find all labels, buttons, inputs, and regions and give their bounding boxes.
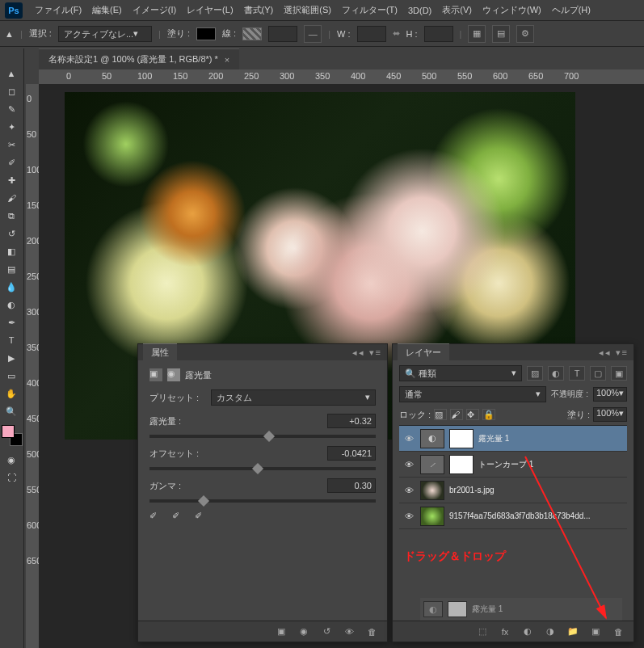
visibility-icon[interactable]: 👁 xyxy=(342,625,356,639)
quickmask-tool[interactable]: ◉ xyxy=(0,451,23,469)
panel-menu-icon[interactable]: ◂◂ ▾≡ xyxy=(352,347,382,358)
layer-name[interactable]: 9157f4aa75d683a3f7db3b18c73b4dd... xyxy=(449,511,624,520)
link-layers-icon[interactable]: ⬚ xyxy=(475,625,490,639)
menu-layer[interactable]: レイヤー(L) xyxy=(182,1,238,19)
layer-item[interactable]: 👁 br2001-s.jpg xyxy=(399,478,627,503)
filter-smart-icon[interactable]: ▣ xyxy=(611,366,627,381)
trash-icon[interactable]: 🗑 xyxy=(611,625,625,639)
shape-tool[interactable]: ▭ xyxy=(0,367,23,385)
gamma-slider[interactable] xyxy=(149,499,376,503)
layer-mask[interactable] xyxy=(449,429,474,448)
blend-mode-select[interactable]: 通常▾ xyxy=(399,386,546,402)
close-tab-icon[interactable]: × xyxy=(225,55,229,65)
blur-tool[interactable]: 💧 xyxy=(0,278,23,296)
menu-type[interactable]: 書式(Y) xyxy=(239,1,279,19)
layers-tab[interactable]: レイヤー xyxy=(398,343,449,361)
visibility-toggle[interactable]: 👁 xyxy=(402,434,415,444)
stroke-style-1[interactable]: — xyxy=(304,25,322,43)
path-select-tool[interactable]: ▶ xyxy=(0,349,23,367)
preset-select[interactable]: カスタム▾ xyxy=(211,389,376,406)
opacity-value[interactable]: 100%▾ xyxy=(593,387,627,402)
exposure-slider[interactable] xyxy=(149,435,376,438)
clip-icon[interactable]: ▣ xyxy=(274,625,288,639)
gear-icon[interactable]: ⚙ xyxy=(516,25,534,43)
menu-help[interactable]: ヘルプ(H) xyxy=(547,1,596,19)
properties-tab[interactable]: 属性 xyxy=(143,343,177,361)
visibility-toggle[interactable]: 👁 xyxy=(402,511,415,521)
new-layer-icon[interactable]: ▣ xyxy=(588,625,603,639)
fx-icon[interactable]: fx xyxy=(498,625,512,639)
visibility-toggle[interactable]: 👁 xyxy=(402,486,415,495)
fill-swatch[interactable] xyxy=(196,27,216,40)
layer-name[interactable]: 露光量 1 xyxy=(478,433,624,444)
lock-all-icon[interactable]: 🔒 xyxy=(482,409,495,420)
filter-shape-icon[interactable]: ▢ xyxy=(590,366,606,381)
stamp-tool[interactable]: ⧉ xyxy=(0,207,23,225)
layer-name[interactable]: トーンカーブ 1 xyxy=(478,459,624,470)
eyedropper-black-icon[interactable]: ✐ xyxy=(149,511,164,525)
healing-tool[interactable]: ✚ xyxy=(0,171,23,189)
brush-tool[interactable]: 🖌 xyxy=(0,189,23,207)
layer-item[interactable]: 👁 ◐ 露光量 1 xyxy=(399,426,627,452)
layer-name[interactable]: br2001-s.jpg xyxy=(449,486,624,494)
reset-icon[interactable]: ↺ xyxy=(319,625,334,639)
stroke-swatch[interactable] xyxy=(242,27,262,40)
exposure-value[interactable]: +0.32 xyxy=(327,414,376,428)
document-tab[interactable]: 名称未設定1 @ 100% (露光量 1, RGB/8*) * × xyxy=(39,48,239,69)
offset-value[interactable]: -0.0421 xyxy=(327,446,376,461)
menu-window[interactable]: ウィンドウ(W) xyxy=(478,1,546,19)
lock-position-icon[interactable]: ✥ xyxy=(466,409,479,420)
filter-type-icon[interactable]: T xyxy=(569,366,585,381)
visibility-toggle[interactable]: 👁 xyxy=(402,460,415,469)
fill-opacity-value[interactable]: 100%▾ xyxy=(593,407,627,422)
layer-item[interactable]: 👁 9157f4aa75d683a3f7db3b18c73b4dd... xyxy=(399,503,627,529)
menu-edit[interactable]: 編集(E) xyxy=(87,1,127,19)
properties-header[interactable]: 属性 ◂◂ ▾≡ xyxy=(138,344,387,360)
width-input[interactable] xyxy=(357,26,386,42)
menu-3d[interactable]: 3D(D) xyxy=(403,2,436,19)
foreground-color[interactable] xyxy=(2,425,15,438)
layer-thumbnail[interactable]: ⟋ xyxy=(420,455,444,474)
crop-tool[interactable]: ✂ xyxy=(0,136,23,154)
gamma-value[interactable]: 0.30 xyxy=(327,478,376,493)
select-dropdown[interactable]: アクティブなレ... ▾ xyxy=(58,26,152,42)
stroke-width-input[interactable] xyxy=(268,26,297,42)
height-input[interactable] xyxy=(424,26,453,42)
gradient-tool[interactable]: ▤ xyxy=(0,260,23,278)
eraser-tool[interactable]: ◧ xyxy=(0,242,23,260)
group-icon[interactable]: 📁 xyxy=(566,625,580,639)
layer-thumbnail[interactable]: ◐ xyxy=(420,429,444,448)
layer-thumbnail[interactable] xyxy=(420,481,444,500)
history-brush-tool[interactable]: ↺ xyxy=(0,225,23,242)
zoom-tool[interactable]: 🔍 xyxy=(0,402,23,420)
menu-filter[interactable]: フィルター(T) xyxy=(337,1,402,19)
filter-adjust-icon[interactable]: ◐ xyxy=(548,366,564,381)
trash-icon[interactable]: 🗑 xyxy=(364,625,379,639)
marquee-tool[interactable]: ◻ xyxy=(0,82,23,100)
hand-tool[interactable]: ✋ xyxy=(0,385,23,402)
lasso-tool[interactable]: ✎ xyxy=(0,100,23,118)
link-wh-icon[interactable]: ⬌ xyxy=(393,28,400,39)
menu-file[interactable]: ファイル(F) xyxy=(30,1,86,19)
align-icon[interactable]: ▦ xyxy=(468,25,486,43)
layer-filter-select[interactable]: 🔍 種類 ▾ xyxy=(399,365,522,381)
type-tool[interactable]: T xyxy=(0,331,23,349)
eyedropper-gray-icon[interactable]: ✐ xyxy=(172,511,187,525)
move-tool[interactable]: ▲ xyxy=(0,65,23,82)
filter-image-icon[interactable]: ▨ xyxy=(527,366,543,381)
layers-header[interactable]: レイヤー ◂◂ ▾≡ xyxy=(393,344,633,360)
move-tool-icon[interactable]: ▲ xyxy=(5,29,14,39)
lock-transparent-icon[interactable]: ▨ xyxy=(434,409,447,420)
menu-image[interactable]: イメージ(I) xyxy=(128,1,181,19)
mask-icon[interactable]: ◐ xyxy=(520,625,535,639)
layer-item[interactable]: 👁 ⟋ トーンカーブ 1 xyxy=(399,452,627,478)
adjustment-icon[interactable]: ◑ xyxy=(543,625,558,639)
offset-slider[interactable] xyxy=(149,467,376,470)
magic-wand-tool[interactable]: ✦ xyxy=(0,118,23,136)
panel-menu-icon[interactable]: ◂◂ ▾≡ xyxy=(599,347,629,358)
eyedropper-tool[interactable]: ✐ xyxy=(0,154,23,171)
screenmode-tool[interactable]: ⛶ xyxy=(0,469,23,486)
menu-view[interactable]: 表示(V) xyxy=(437,1,477,19)
view-previous-icon[interactable]: ◉ xyxy=(297,625,311,639)
dodge-tool[interactable]: ◐ xyxy=(0,296,23,313)
